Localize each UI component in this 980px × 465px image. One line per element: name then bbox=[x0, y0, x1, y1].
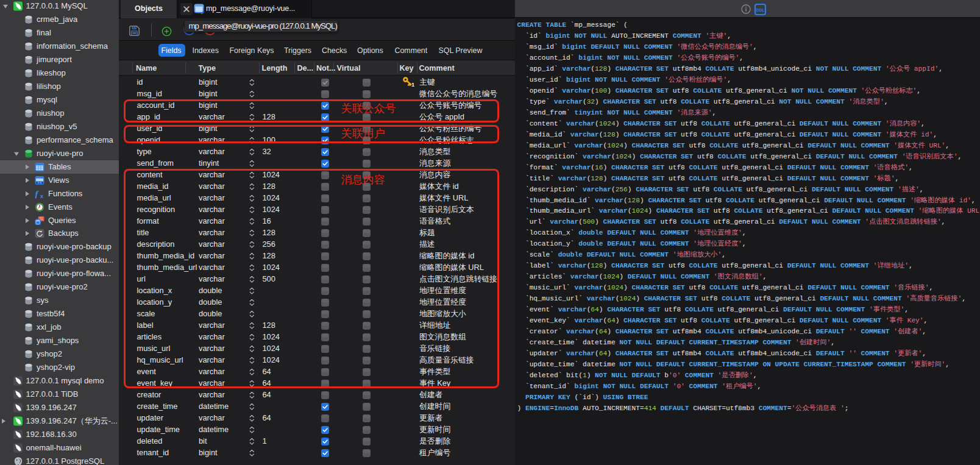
svg-text:f: f bbox=[35, 189, 40, 198]
svg-text:1: 1 bbox=[411, 82, 414, 87]
svg-text:DDL: DDL bbox=[756, 8, 764, 12]
svg-text:x: x bbox=[40, 193, 43, 199]
